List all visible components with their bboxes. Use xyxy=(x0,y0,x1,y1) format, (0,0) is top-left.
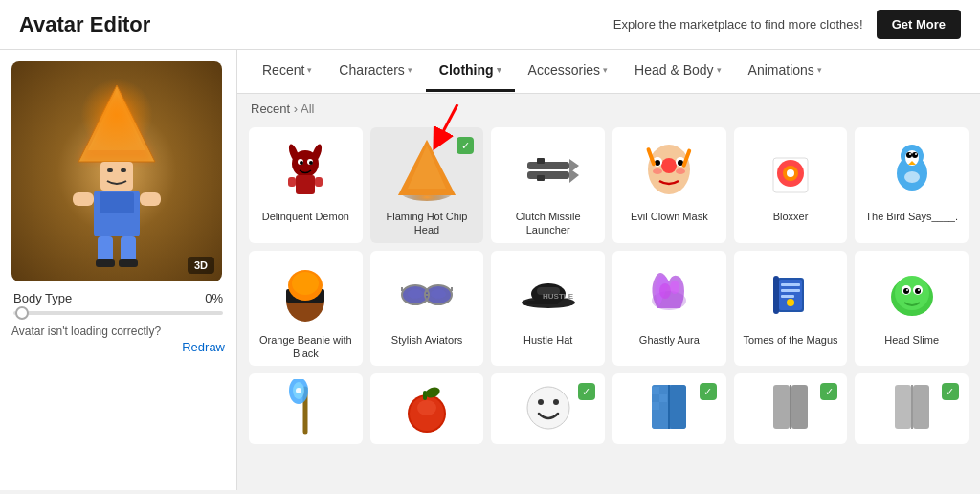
item-label: The Bird Says____. xyxy=(865,210,958,223)
body-type-section: Body Type 0% xyxy=(11,291,225,315)
body-type-label: Body Type xyxy=(13,291,72,305)
tab-head-body[interactable]: Head & Body ▾ xyxy=(621,51,735,92)
list-item[interactable]: Head Slime xyxy=(855,251,969,367)
svg-point-92 xyxy=(915,288,921,294)
tab-accessories[interactable]: Accessories ▾ xyxy=(515,51,621,92)
item-label: Hustle Hat xyxy=(523,333,572,347)
list-item[interactable]: Delinquent Demon xyxy=(249,127,363,243)
item-image-area xyxy=(255,379,357,437)
item-image-area: ✓ xyxy=(376,133,479,206)
item-image-area xyxy=(740,257,842,329)
face-image xyxy=(522,379,575,437)
svg-rect-12 xyxy=(96,259,115,267)
svg-rect-114 xyxy=(773,385,790,429)
item-check-badge: ✓ xyxy=(820,383,837,400)
svg-rect-4 xyxy=(107,168,113,172)
svg-point-62 xyxy=(292,272,319,295)
svg-point-78 xyxy=(659,283,671,299)
svg-rect-11 xyxy=(121,236,136,263)
svg-rect-112 xyxy=(659,394,667,402)
list-item[interactable]: ✓ xyxy=(855,373,969,444)
tab-clothing[interactable]: Clothing ▾ xyxy=(426,51,515,92)
breadcrumb: Recent › All xyxy=(237,94,980,124)
svg-rect-13 xyxy=(119,259,138,267)
svg-rect-10 xyxy=(98,236,113,263)
chevron-down-icon: ▾ xyxy=(408,65,412,75)
item-label: Tomes of the Magus xyxy=(743,333,837,347)
item-image-area: HUSTLE xyxy=(497,257,599,329)
svg-point-70 xyxy=(408,289,423,299)
list-item[interactable]: ✓ xyxy=(491,373,605,444)
item-label: Evil Clown Mask xyxy=(631,210,708,223)
list-item[interactable] xyxy=(370,373,484,444)
main-content: 3D Body Type 0% Avatar isn't loading cor… xyxy=(0,50,980,490)
svg-rect-84 xyxy=(781,295,794,298)
top-bar: Avatar Editor Explore the marketplace to… xyxy=(0,0,980,50)
slider-thumb xyxy=(15,306,29,320)
svg-rect-34 xyxy=(537,158,545,164)
staff-image xyxy=(279,379,331,437)
svg-rect-117 xyxy=(895,385,911,429)
chevron-down-icon: ▾ xyxy=(817,65,822,75)
item-check-badge: ✓ xyxy=(578,383,595,400)
list-item[interactable]: Ghastly Aura xyxy=(612,251,726,367)
svg-rect-118 xyxy=(913,385,929,429)
svg-rect-35 xyxy=(537,175,545,181)
list-item[interactable]: ✓ Flaming Hot Chip Head xyxy=(370,127,484,243)
tab-characters[interactable]: Characters ▾ xyxy=(325,51,425,92)
svg-rect-111 xyxy=(652,387,659,394)
tomes-image xyxy=(760,262,821,324)
svg-point-55 xyxy=(909,153,911,155)
items-grid: Delinquent Demon xyxy=(237,124,980,452)
svg-point-25 xyxy=(309,161,313,165)
svg-point-93 xyxy=(906,289,908,291)
bloxxer-image xyxy=(760,139,821,200)
sunglasses-image xyxy=(396,262,457,324)
item-image-area: ✓ xyxy=(860,379,963,437)
item-image-area: ✓ xyxy=(740,379,842,437)
breadcrumb-recent[interactable]: Recent xyxy=(251,101,290,116)
tab-recent[interactable]: Recent ▾ xyxy=(249,51,325,92)
marketplace-text: Explore the marketplace to find more clo… xyxy=(613,17,863,32)
bird-image xyxy=(881,139,943,200)
pants-gray-image xyxy=(764,379,817,437)
loading-warn: Avatar isn't loading correctly? xyxy=(11,325,225,338)
svg-rect-82 xyxy=(781,283,800,286)
svg-point-91 xyxy=(903,288,909,294)
svg-point-94 xyxy=(918,289,920,291)
body-type-slider[interactable] xyxy=(13,311,223,315)
list-item[interactable]: The Bird Says____. xyxy=(855,127,969,243)
svg-point-105 xyxy=(538,399,544,405)
svg-point-49 xyxy=(787,169,794,177)
chevron-down-icon: ▾ xyxy=(717,65,722,75)
svg-point-24 xyxy=(300,161,303,165)
item-label: Flaming Hot Chip Head xyxy=(376,210,479,237)
right-panel: Recent ▾ Characters ▾ Clothing ▾ Accesso… xyxy=(237,50,980,490)
item-image-area xyxy=(618,133,721,206)
app-title: Avatar Editor xyxy=(19,12,150,37)
list-item[interactable]: Clutch Missile Launcher xyxy=(491,127,605,243)
aura-image xyxy=(638,262,700,324)
list-item[interactable] xyxy=(249,373,363,444)
list-item[interactable]: Bloxxer xyxy=(734,127,848,243)
list-item[interactable]: HUSTLE Hustle Hat xyxy=(491,251,605,367)
list-item[interactable]: Evil Clown Mask xyxy=(612,127,726,243)
svg-point-53 xyxy=(906,152,912,158)
breadcrumb-current: All xyxy=(301,101,314,116)
demon-image xyxy=(275,139,336,200)
list-item[interactable]: Stylish Aviators xyxy=(370,251,484,367)
redraw-link[interactable]: Redraw xyxy=(11,340,225,354)
list-item[interactable]: Tomes of the Magus xyxy=(734,251,848,367)
svg-marker-74 xyxy=(523,301,558,304)
list-item[interactable]: ✓ xyxy=(612,373,726,444)
svg-marker-33 xyxy=(569,168,579,183)
get-more-button[interactable]: Get More xyxy=(877,10,961,39)
pants-gray2-image xyxy=(885,379,939,437)
list-item[interactable]: ✓ xyxy=(734,373,848,444)
tab-animations[interactable]: Animations ▾ xyxy=(735,51,835,92)
chip-head-image xyxy=(396,136,457,203)
item-image-area xyxy=(740,133,842,206)
list-item[interactable]: Orange Beanie with Black xyxy=(249,251,363,367)
item-label: Ghastly Aura xyxy=(639,333,700,347)
tomato-image xyxy=(400,379,454,437)
